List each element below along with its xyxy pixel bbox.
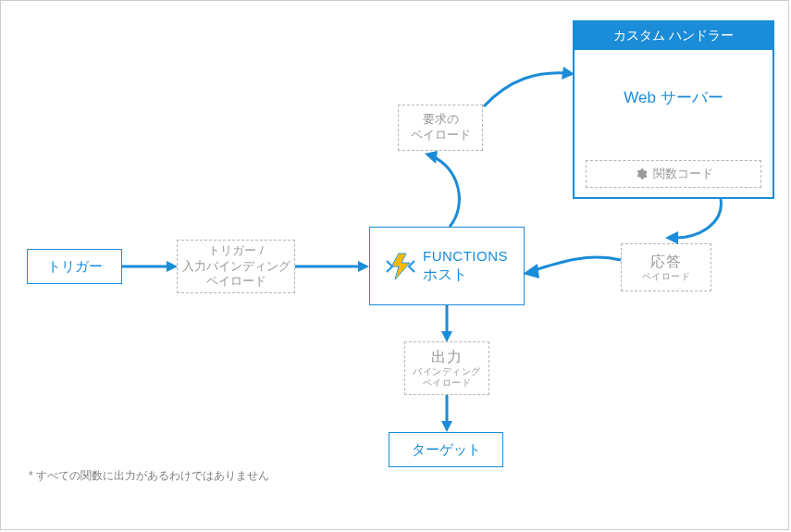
svg-marker-1 — [358, 261, 369, 272]
trigger-payload-line2: 入力バインディング — [182, 259, 290, 273]
svg-marker-7 — [441, 421, 452, 432]
custom-handler-title-label: カスタム ハンドラー — [613, 28, 734, 44]
functions-label-top: FUNCTIONS — [423, 248, 508, 266]
functions-host-label: FUNCTIONS ホスト — [423, 248, 508, 284]
footnote: * すべての関数に出力があるわけではありません — [29, 468, 269, 484]
response-label-small: ペイロード — [642, 271, 691, 283]
arrow-host-to-output — [439, 305, 454, 342]
response-label-big: 応答 — [650, 253, 682, 271]
arrow-host-to-request — [426, 149, 482, 229]
node-functions-host: FUNCTIONS ホスト — [369, 227, 525, 305]
node-trigger-payload: トリガー / 入力バインディング ペイロード — [177, 240, 295, 293]
svg-marker-4 — [665, 231, 678, 244]
request-payload-line2: ペイロード — [411, 128, 471, 142]
function-code-box: 関数コード — [586, 160, 761, 188]
trigger-payload-line1: トリガー / — [208, 243, 263, 257]
arrow-output-to-target — [439, 395, 454, 432]
gear-icon — [635, 167, 648, 180]
svg-marker-2 — [425, 151, 438, 164]
node-trigger: トリガー — [27, 249, 122, 284]
node-target-label: ターゲット — [412, 441, 481, 459]
output-label-s1: バインディング — [413, 366, 481, 378]
function-code-label: 関数コード — [653, 166, 713, 182]
node-request-payload: 要求の ペイロード — [398, 105, 483, 151]
trigger-payload-line3: ペイロード — [206, 274, 266, 288]
node-trigger-payload-text: トリガー / 入力バインディング ペイロード — [182, 243, 290, 291]
arrow-handler-to-response — [665, 199, 739, 245]
diagram-canvas: トリガー トリガー / 入力バインディング ペイロード FUNCTIONS ホス… — [0, 0, 789, 530]
custom-handler-title: カスタム ハンドラー — [575, 22, 772, 50]
node-custom-handler: カスタム ハンドラー Web サーバー 関数コード — [573, 20, 774, 199]
custom-handler-body: Web サーバー 関数コード — [575, 50, 772, 197]
functions-label-bottom: ホスト — [423, 266, 508, 284]
node-response-payload: 応答 ペイロード — [621, 243, 711, 291]
web-server-label: Web サーバー — [575, 50, 772, 108]
node-target: ターゲット — [389, 432, 503, 467]
arrow-response-to-host — [525, 254, 623, 284]
node-output-payload: 出力 バインディング ペイロード — [404, 341, 489, 395]
output-label-s2: ペイロード — [423, 377, 472, 390]
node-trigger-label: トリガー — [47, 258, 103, 276]
functions-icon — [386, 252, 415, 281]
arrow-request-to-handler — [482, 68, 575, 112]
output-label-big: 出力 — [431, 348, 463, 366]
arrow-trigger-to-payload — [122, 259, 178, 274]
request-payload-text: 要求の ペイロード — [411, 112, 471, 143]
arrow-payload-to-host — [295, 259, 369, 274]
svg-marker-5 — [523, 264, 539, 278]
request-payload-line1: 要求の — [423, 112, 459, 126]
